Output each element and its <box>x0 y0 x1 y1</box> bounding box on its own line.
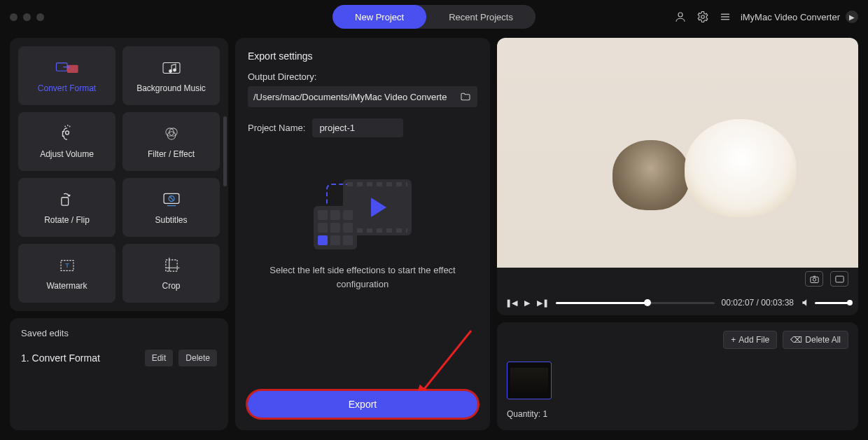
tools-scrollbar[interactable] <box>223 46 227 298</box>
settings-icon[interactable] <box>696 10 710 24</box>
svg-rect-19 <box>165 260 176 271</box>
tab-new-project[interactable]: New Project <box>332 5 426 29</box>
saved-edits-panel: Saved edits 1. Convert Format Edit Delet… <box>10 318 228 430</box>
rotate-flip-icon <box>58 190 76 209</box>
output-directory-value: /Users/mac/Documents/iMyMac Video Conver… <box>253 92 459 102</box>
svg-text:T: T <box>65 261 69 269</box>
play-icon[interactable]: ▶ <box>524 298 530 308</box>
svg-rect-14 <box>61 198 68 205</box>
tool-label: Filter / Effect <box>148 149 195 159</box>
tab-recent-projects[interactable]: Recent Projects <box>426 5 536 29</box>
delete-all-button[interactable]: ⌫Delete All <box>783 331 848 349</box>
svg-point-10 <box>65 131 69 135</box>
export-settings-panel: Export settings Output Directory: /Users… <box>235 38 490 430</box>
player-controls: ❚◀ ▶ ▶❚ 00:02:07 / 00:03:38 <box>497 290 858 315</box>
video-frame <box>497 38 858 268</box>
svg-rect-23 <box>835 276 843 282</box>
saved-edits-heading: Saved edits <box>21 328 217 338</box>
delete-button[interactable]: Delete <box>178 350 217 366</box>
tool-label: Watermark <box>46 281 87 291</box>
tool-convert-format[interactable]: Convert Format <box>18 46 115 105</box>
background-music-icon <box>161 58 182 78</box>
add-file-button[interactable]: +Add File <box>723 331 777 349</box>
title-bar: New Project Recent Projects iMyMac Video… <box>0 0 868 34</box>
tool-filter-effect[interactable]: Filter / Effect <box>122 112 220 171</box>
svg-point-1 <box>701 15 705 19</box>
brand: iMyMac Video Converter ▶ <box>741 11 858 23</box>
file-thumbnail[interactable] <box>507 362 552 399</box>
volume-icon[interactable] <box>801 298 811 308</box>
export-button[interactable]: Export <box>248 391 477 418</box>
tool-label: Subtitles <box>155 215 187 225</box>
snapshot-icon[interactable] <box>805 271 823 287</box>
progress-bar[interactable] <box>556 302 715 304</box>
project-name-label: Project Name: <box>248 123 305 133</box>
crop-icon <box>162 256 181 275</box>
tool-subtitles[interactable]: Subtitles <box>122 178 220 237</box>
tool-background-music[interactable]: Background Music <box>122 46 220 105</box>
tool-label: Crop <box>162 281 180 291</box>
subtitles-icon <box>162 190 181 209</box>
watermark-icon: T <box>58 256 76 275</box>
brand-logo-icon: ▶ <box>846 11 858 23</box>
svg-point-22 <box>813 277 816 280</box>
export-illustration <box>314 179 412 249</box>
file-list-panel: +Add File ⌫Delete All Quantity: 1 <box>497 322 858 430</box>
export-help-text: Select the left side effections to start… <box>248 263 477 291</box>
prev-icon[interactable]: ❚◀ <box>505 298 517 308</box>
edit-button[interactable]: Edit <box>145 350 174 366</box>
tool-label: Background Music <box>136 83 206 93</box>
fullscreen-icon[interactable] <box>830 271 848 287</box>
tool-rotate-flip[interactable]: Rotate / Flip <box>18 178 115 237</box>
tool-watermark[interactable]: TWatermark <box>18 244 115 303</box>
video-content <box>497 38 858 268</box>
app-name: iMyMac Video Converter <box>741 12 840 22</box>
filter-effect-icon <box>162 124 181 144</box>
svg-line-20 <box>422 331 471 392</box>
quantity-label: Quantity: 1 <box>507 409 848 419</box>
window-controls[interactable] <box>10 13 44 21</box>
tool-crop[interactable]: Crop <box>122 244 220 303</box>
output-directory-label: Output Directory: <box>248 71 477 82</box>
tool-label: Convert Format <box>38 83 96 93</box>
volume-slider[interactable] <box>815 302 850 304</box>
svg-point-0 <box>678 13 682 17</box>
playback-time: 00:02:07 / 00:03:38 <box>722 298 794 308</box>
convert-format-icon <box>55 58 79 78</box>
project-tabs: New Project Recent Projects <box>332 5 536 29</box>
saved-edit-item: 1. Convert Format <box>21 352 139 364</box>
adjust-volume-icon <box>58 124 76 144</box>
tools-panel: Convert FormatBackground MusicAdjust Vol… <box>10 38 228 311</box>
browse-folder-icon[interactable] <box>459 90 472 103</box>
tool-adjust-volume[interactable]: Adjust Volume <box>18 112 115 171</box>
menu-icon[interactable] <box>718 10 732 24</box>
next-icon[interactable]: ▶❚ <box>537 298 549 308</box>
export-heading: Export settings <box>248 50 477 62</box>
video-preview-panel: ❚◀ ▶ ▶❚ 00:02:07 / 00:03:38 <box>497 38 858 315</box>
tool-label: Rotate / Flip <box>44 215 90 225</box>
tool-label: Adjust Volume <box>40 149 94 159</box>
project-name-input[interactable] <box>312 118 403 137</box>
account-icon[interactable] <box>673 10 687 24</box>
